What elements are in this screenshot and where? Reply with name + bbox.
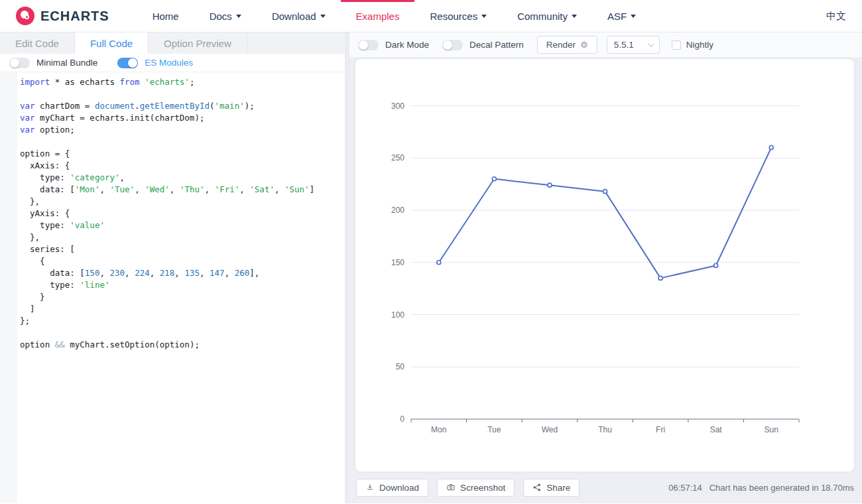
svg-text:50: 50 xyxy=(396,362,405,371)
code-line xyxy=(20,327,345,339)
nav-menu: Home Docs Download Examples Resources Co… xyxy=(137,0,652,32)
gear-icon: ⚙ xyxy=(580,40,588,50)
minimal-bundle-label: Minimal Bundle xyxy=(36,58,97,68)
code-line: var chartDom = document.getElementById('… xyxy=(20,100,345,112)
svg-text:Wed: Wed xyxy=(542,425,558,434)
pane-resizer[interactable] xyxy=(345,32,349,503)
code-line xyxy=(20,88,345,100)
code-line: yAxis: { xyxy=(20,208,345,220)
svg-text:Sat: Sat xyxy=(710,425,723,434)
main-split: Edit Code Full Code Option Preview Minim… xyxy=(0,32,862,503)
status-time: 06:57:14 xyxy=(668,483,702,493)
code-line: option = { xyxy=(20,148,345,160)
chart-area: 050100150200250300MonTueWedThuFriSatSun xyxy=(355,59,854,472)
svg-text:Thu: Thu xyxy=(598,425,612,434)
render-button[interactable]: Render ⚙ xyxy=(537,36,597,54)
editor-gutter xyxy=(0,72,17,503)
preview-toolbar: Dark Mode Decal Pattern Render ⚙ 5.5.1 N… xyxy=(349,32,862,57)
camera-icon xyxy=(446,483,456,492)
tab-full-code[interactable]: Full Code xyxy=(75,32,149,54)
chevron-down-icon xyxy=(481,15,487,18)
code-line: var option; xyxy=(20,124,345,136)
bundle-togglebar: Minimal Bundle ES Modules xyxy=(0,54,345,72)
tab-option-preview[interactable]: Option Preview xyxy=(149,32,247,54)
version-select[interactable]: 5.5.1 xyxy=(607,36,660,54)
svg-text:Tue: Tue xyxy=(487,425,501,434)
nightly-label: Nightly xyxy=(686,40,713,50)
code-line: xAxis: { xyxy=(20,160,345,172)
svg-text:0: 0 xyxy=(400,414,404,424)
download-icon xyxy=(365,483,375,492)
chevron-down-icon xyxy=(572,15,577,18)
nav-item-docs[interactable]: Docs xyxy=(194,0,257,32)
es-modules-label: ES Modules xyxy=(145,58,193,68)
chevron-down-icon xyxy=(320,15,326,18)
nav-item-examples[interactable]: Examples xyxy=(341,0,415,32)
code-line: } xyxy=(20,291,345,303)
code-line: type: 'value' xyxy=(20,220,345,231)
code-line: option && myChart.setOption(option); xyxy=(20,339,345,351)
nav-item-home[interactable]: Home xyxy=(137,0,194,32)
code-line: type: 'line' xyxy=(20,279,345,291)
editor-panel: Edit Code Full Code Option Preview Minim… xyxy=(0,32,345,503)
code-line: data: ['Mon', 'Tue', 'Wed', 'Thu', 'Fri'… xyxy=(20,184,345,196)
chevron-down-icon xyxy=(236,15,241,18)
screenshot-button[interactable]: Screenshot xyxy=(437,479,515,497)
svg-text:150: 150 xyxy=(391,258,404,267)
code-line: { xyxy=(20,255,345,267)
decal-pattern-label: Decal Pattern xyxy=(469,40,524,50)
code-line xyxy=(20,136,345,148)
code-line: var myChart = echarts.init(chartDom); xyxy=(20,112,345,124)
code-line: type: 'category', xyxy=(20,172,345,184)
svg-text:100: 100 xyxy=(391,310,404,320)
nav-item-download[interactable]: Download xyxy=(257,0,341,32)
echarts-logo-icon xyxy=(16,7,34,25)
language-switch[interactable]: 中文 xyxy=(826,0,846,32)
svg-text:Mon: Mon xyxy=(431,425,446,434)
svg-text:300: 300 xyxy=(391,101,404,111)
download-button[interactable]: Download xyxy=(356,479,428,497)
brand-wordmark: ECHARTS xyxy=(40,9,109,24)
tab-edit-code[interactable]: Edit Code xyxy=(0,32,75,54)
code-line: }, xyxy=(20,231,345,243)
status-message: Chart has been generated in 18.70ms xyxy=(709,483,854,493)
preview-panel: Dark Mode Decal Pattern Render ⚙ 5.5.1 N… xyxy=(349,32,862,503)
dark-mode-label: Dark Mode xyxy=(385,40,429,50)
chevron-down-icon xyxy=(631,15,636,18)
nav-item-asf[interactable]: ASF xyxy=(592,0,651,32)
status-bar: 06:57:14 Chart has been generated in 18.… xyxy=(668,483,854,493)
editor-tabbar: Edit Code Full Code Option Preview xyxy=(0,32,345,54)
minimal-bundle-toggle[interactable] xyxy=(9,58,30,68)
code-line: data: [150, 230, 224, 218, 135, 147, 260… xyxy=(20,267,345,279)
share-icon xyxy=(532,483,542,492)
code-line: }, xyxy=(20,196,345,208)
preview-footer: Download Screenshot Share xyxy=(349,472,862,503)
svg-text:Sun: Sun xyxy=(765,425,778,434)
dark-mode-toggle[interactable] xyxy=(358,40,379,50)
chevron-down-icon xyxy=(648,40,654,47)
code-line: series: [ xyxy=(20,243,345,255)
es-modules-toggle[interactable] xyxy=(117,58,138,68)
chart-card[interactable]: 050100150200250300MonTueWedThuFriSatSun xyxy=(355,59,854,472)
code-line: }; xyxy=(20,315,345,327)
code-line: ] xyxy=(20,303,345,315)
nav-item-community[interactable]: Community xyxy=(502,0,592,32)
code-line: import * as echarts from 'echarts'; xyxy=(20,76,345,88)
line-chart: 050100150200250300MonTueWedThuFriSatSun xyxy=(355,59,854,472)
code-content: import * as echarts from 'echarts';var c… xyxy=(20,76,345,351)
echarts-logo[interactable]: ECHARTS xyxy=(16,0,109,32)
top-navbar: ECHARTS Home Docs Download Examples Reso… xyxy=(0,0,862,32)
code-editor[interactable]: import * as echarts from 'echarts';var c… xyxy=(0,72,345,503)
svg-text:Fri: Fri xyxy=(656,425,665,434)
decal-pattern-toggle[interactable] xyxy=(442,40,463,50)
nav-item-resources[interactable]: Resources xyxy=(414,0,502,32)
nightly-checkbox[interactable] xyxy=(672,40,681,50)
svg-text:200: 200 xyxy=(391,206,404,215)
share-button[interactable]: Share xyxy=(523,479,580,497)
svg-text:250: 250 xyxy=(391,153,404,162)
